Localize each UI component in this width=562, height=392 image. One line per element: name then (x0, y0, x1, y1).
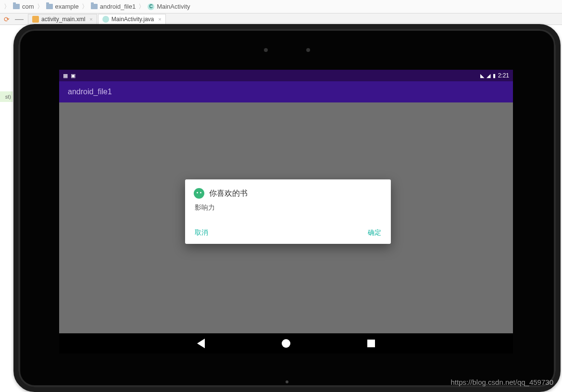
wifi-icon: ◣ (480, 73, 484, 79)
close-icon[interactable]: × (158, 16, 161, 22)
breadcrumb-sep: 〉 (37, 2, 43, 11)
xml-file-icon (32, 16, 39, 23)
app-title: android_file1 (68, 88, 112, 96)
folder-icon (13, 4, 20, 9)
watermark-text: https://blog.csdn.net/qq_459730 (450, 378, 553, 386)
breadcrumb-sep: 〉 (4, 2, 10, 11)
breadcrumb-label: com (22, 3, 34, 10)
tablet-frame: ▦ ▣ ◣ ◢ ▮ 2:21 android_file1 你喜欢的书 影响力 (13, 24, 561, 392)
signal-icon: ◢ (487, 73, 490, 79)
android-nav-bar (59, 333, 513, 354)
breadcrumb-sep: 〉 (138, 2, 145, 11)
sensor-dot (306, 48, 310, 52)
tab-mainactivity-java[interactable]: MainActivity.java × (98, 14, 166, 25)
back-button[interactable] (197, 339, 205, 348)
app-bar: android_file1 (59, 81, 513, 102)
editor-tab-row: ⟳ — activity_main.xml × MainActivity.jav… (0, 13, 562, 25)
folder-icon (91, 4, 98, 9)
breadcrumb-label: MainActivity (157, 3, 190, 10)
cancel-button[interactable]: 取消 (195, 228, 208, 237)
breadcrumb-label: android_file1 (100, 3, 136, 10)
camera-dot (264, 48, 268, 52)
tablet-speaker (264, 48, 310, 52)
breadcrumb-item-com[interactable]: com (13, 3, 34, 10)
java-file-icon (102, 16, 109, 23)
tab-label: activity_main.xml (41, 16, 85, 23)
tab-activity-main-xml[interactable]: activity_main.xml × (28, 14, 97, 25)
battery-icon: ▮ (493, 73, 496, 79)
class-icon: C (148, 3, 154, 10)
breadcrumb-label: example (55, 3, 79, 10)
breadcrumb-item-mainactivity[interactable]: C MainActivity (148, 3, 190, 10)
editor-gutter-fragment: st) (0, 91, 12, 102)
alert-dialog: 你喜欢的书 影响力 取消 确定 (185, 179, 391, 244)
dialog-title: 你喜欢的书 (209, 189, 248, 199)
tab-label: MainActivity.java (112, 16, 154, 23)
breadcrumb-item-android-file1[interactable]: android_file1 (91, 3, 136, 10)
android-icon (194, 188, 204, 199)
status-time: 2:21 (498, 72, 509, 79)
notification-icon: ▦ (63, 73, 68, 79)
breadcrumb-item-example[interactable]: example (46, 3, 79, 10)
notification-icon: ▣ (71, 73, 75, 79)
reformat-icon[interactable]: ⟳ (3, 15, 11, 23)
folder-icon (46, 4, 53, 9)
ok-button[interactable]: 确定 (368, 228, 381, 237)
close-icon[interactable]: × (89, 16, 92, 22)
breadcrumb-sep: 〉 (82, 2, 88, 11)
breadcrumb: 〉 com 〉 example 〉 android_file1 〉 C Main… (0, 0, 562, 13)
recents-button[interactable] (367, 340, 375, 347)
collapse-icon[interactable]: — (15, 15, 23, 23)
home-button[interactable] (282, 339, 290, 348)
device-screen: ▦ ▣ ◣ ◢ ▮ 2:21 android_file1 你喜欢的书 影响力 (59, 70, 513, 354)
dialog-message: 影响力 (194, 203, 382, 212)
android-status-bar: ▦ ▣ ◣ ◢ ▮ 2:21 (59, 70, 513, 81)
app-content: 你喜欢的书 影响力 取消 确定 (59, 102, 513, 333)
home-indicator-dot (286, 380, 288, 383)
